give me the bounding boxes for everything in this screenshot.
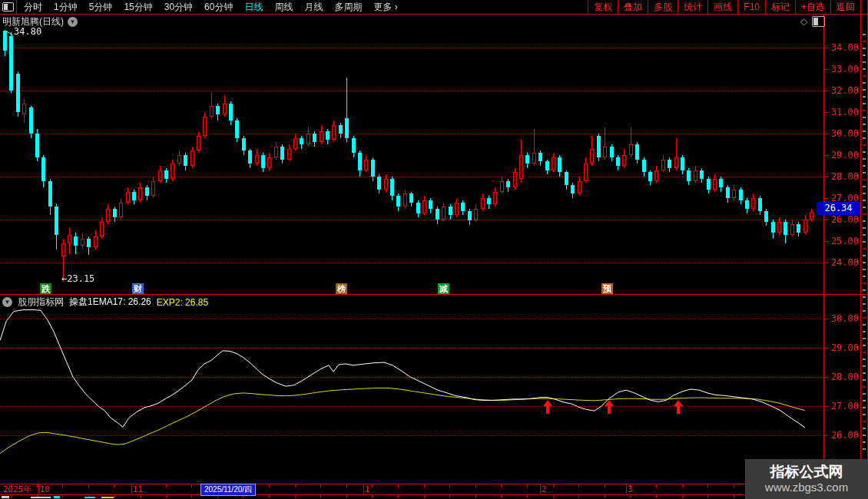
price-axis-label: 34.00 <box>822 43 859 52</box>
top-menubar: 分时1分钟5分钟15分钟30分钟60分钟日线周线月线多周期更多 › 复权叠加多股… <box>0 0 868 15</box>
toolbar-button-3[interactable]: 统计 <box>678 0 707 14</box>
time-axis-label: 2025年 <box>3 485 32 494</box>
menu-item-9[interactable]: 多周期 <box>334 1 362 14</box>
menu-item-0[interactable]: 分时 <box>24 1 42 14</box>
indicator-axis-label: 29.00 <box>822 343 859 352</box>
watermark-title: 指标公式网 <box>770 464 843 481</box>
toolbar-button-7[interactable]: +自选 <box>795 0 830 14</box>
price-axis-label: 25.00 <box>822 236 859 246</box>
menu-item-8[interactable]: 月线 <box>304 1 323 14</box>
price-axis-label: 32.00 <box>822 86 859 95</box>
menu-item-5[interactable]: 60分钟 <box>204 1 233 14</box>
indicator-source-label: 股朋指标网 <box>18 296 64 309</box>
price-axis-label: 31.00 <box>822 107 859 117</box>
menu-item-3[interactable]: 15分钟 <box>124 1 152 14</box>
toolbar-button-0[interactable]: 复权 <box>588 0 618 14</box>
indicator-axis-label: 30.00 <box>822 314 859 323</box>
watermark-url: www.zbgs3.com <box>765 481 848 494</box>
indicator-axis-label: 28.00 <box>822 372 859 382</box>
chevron-down-icon[interactable]: ▼ <box>2 297 12 307</box>
indicator-header: ▼ 股朋指标网 操盘1EMA17: 26.26 EXP2: 26.85 <box>2 296 208 308</box>
toolbar-buttons: 复权叠加多股统计画线F10标记+自选返回 <box>588 0 861 14</box>
indicator-ema-value: 操盘1EMA17: 26.26 <box>69 296 151 309</box>
toolbar-button-2[interactable]: 多股 <box>648 0 678 14</box>
price-axis-label: 30.00 <box>822 129 859 138</box>
toolbar-button-5[interactable]: F10 <box>737 0 765 14</box>
toolbar-button-8[interactable]: 返回 <box>830 0 861 14</box>
menu-item-1[interactable]: 1分钟 <box>54 1 78 14</box>
period-menu: 分时1分钟5分钟15分钟30分钟60分钟日线周线月线多周期更多 › <box>17 1 398 14</box>
toolbar-button-1[interactable]: 叠加 <box>618 0 648 14</box>
app-window: 分时1分钟5分钟15分钟30分钟60分钟日线周线月线多周期更多 › 复权叠加多股… <box>0 0 868 499</box>
time-axis-label: 11 <box>133 485 143 494</box>
menu-item-10[interactable]: 更多 › <box>373 1 397 14</box>
price-axis-label: 28.00 <box>822 172 859 181</box>
window-layout-button[interactable] <box>0 0 17 14</box>
indicator-exp2-value: EXP2: 26.85 <box>157 297 208 308</box>
news-badge-预[interactable]: 预 <box>601 283 613 294</box>
split-window-icon <box>2 2 14 12</box>
title-row: 明新旭腾(日线) ▼ ◇ <box>0 15 868 29</box>
price-chart-canvas[interactable] <box>0 0 868 499</box>
menu-item-6[interactable]: 日线 <box>244 1 263 14</box>
menu-item-2[interactable]: 5分钟 <box>89 1 113 14</box>
indicator-axis-label: 26.00 <box>822 431 859 440</box>
menu-item-7[interactable]: 周线 <box>274 1 293 14</box>
price-axis-label: 27.00 <box>822 193 859 203</box>
pane-split-icon[interactable] <box>812 16 825 27</box>
news-badge-榜[interactable]: 榜 <box>336 283 347 294</box>
news-badge-财[interactable]: 财 <box>132 283 144 294</box>
price-axis-label: 24.00 <box>822 258 859 267</box>
toolbar-button-4[interactable]: 画线 <box>707 0 737 14</box>
toolbar-button-6[interactable]: 标记 <box>765 0 795 14</box>
menu-item-4[interactable]: 30分钟 <box>164 1 193 14</box>
time-axis-label: 10 <box>40 485 50 494</box>
price-axis-label: 33.00 <box>822 64 859 74</box>
low-price-annotation: ←23.15 <box>61 273 94 284</box>
time-axis-label: 3 <box>628 485 633 494</box>
cursor-date-box[interactable]: 2025/11/20/四 <box>200 484 256 496</box>
last-price-tag: 26.34 <box>817 202 860 215</box>
time-axis-label: 1 <box>365 485 370 494</box>
price-axis-label: 29.00 <box>822 150 859 160</box>
time-axis-label: 2 <box>542 485 547 494</box>
indicator-axis-label: 27.00 <box>822 402 859 411</box>
news-badge-跌[interactable]: 跌 <box>40 283 51 294</box>
watermark-box: 指标公式网 www.zbgs3.com <box>745 459 868 499</box>
price-axis-label: 26.00 <box>822 215 859 224</box>
diamond-icon[interactable]: ◇ <box>800 17 807 26</box>
chevron-down-icon[interactable]: ▼ <box>68 17 78 27</box>
news-badge-减[interactable]: 减 <box>438 283 449 294</box>
stock-title: 明新旭腾(日线) <box>0 15 64 28</box>
